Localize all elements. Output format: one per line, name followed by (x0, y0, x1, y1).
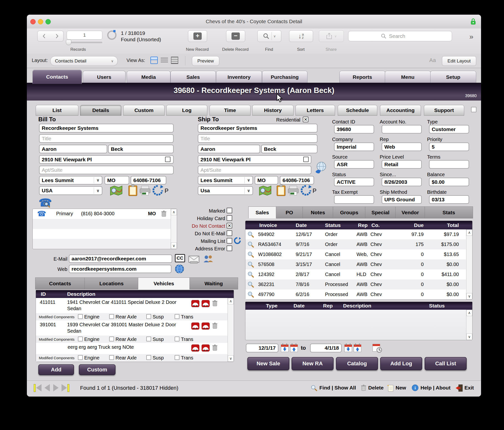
tab-schedule[interactable]: Schedule (338, 105, 377, 116)
new-sale-button[interactable]: New Sale (247, 357, 289, 370)
magnifier-icon[interactable] (247, 271, 254, 278)
cc-icon[interactable]: CC (175, 254, 185, 262)
record-slider-track[interactable] (67, 42, 102, 43)
ship-city-select[interactable]: Lees Summit (198, 176, 253, 184)
last-record-icon[interactable] (62, 384, 67, 391)
trash-icon[interactable] (212, 322, 218, 329)
red-car-icon[interactable] (201, 344, 210, 352)
magnifier-icon[interactable] (247, 291, 254, 298)
ship-print-icon[interactable] (288, 185, 299, 196)
new-button[interactable]: New (396, 385, 406, 391)
calendar-up-icon[interactable] (354, 344, 361, 352)
ship-company-field[interactable]: Recordkeeper Systems (198, 124, 317, 133)
rep-field[interactable]: Web (382, 143, 422, 151)
bill-address-checkbox[interactable] (165, 157, 170, 162)
add-button[interactable]: Add (38, 364, 74, 375)
format-text-button[interactable]: Aa (429, 57, 436, 63)
phone-number[interactable]: (816) 804-3000 (81, 211, 115, 216)
bill-clipboard-icon[interactable] (128, 184, 137, 196)
magnifier-icon[interactable] (247, 261, 254, 268)
vehicle-row[interactable]: eerg erg aerg Truck serg NOte (36, 343, 228, 354)
flag-address-error-checkbox[interactable] (227, 246, 232, 251)
flag-mailing-list-checkbox[interactable] (227, 238, 232, 244)
flag-marked-checkbox[interactable] (227, 208, 232, 213)
red-car-icon[interactable] (191, 300, 200, 307)
scroll-down-icon[interactable]: ∨ (466, 293, 472, 299)
priority-field[interactable]: 5 (429, 143, 469, 151)
delete-button[interactable]: Delete (368, 385, 384, 391)
tab-notes[interactable]: Notes (303, 206, 333, 218)
type-field[interactable]: Customer (429, 125, 469, 133)
susp-checkbox[interactable] (146, 355, 151, 360)
bill-state-field[interactable]: MO (105, 176, 129, 184)
ship-address-checkbox[interactable] (303, 157, 309, 162)
phone-scrollbar[interactable]: ∧ ∨ (171, 209, 177, 249)
globe-phone-icon[interactable] (314, 161, 327, 174)
ship-zip-field[interactable]: 64086-7106 (280, 176, 314, 184)
ship-clipboard-icon[interactable] (276, 184, 286, 196)
tab-contacts[interactable]: Contacts (32, 70, 82, 84)
tab-inventory[interactable]: Inventory (216, 71, 262, 83)
trans-checkbox[interactable] (175, 355, 179, 360)
next-record-icon[interactable] (53, 384, 59, 391)
rear-axle-checkbox[interactable] (109, 355, 114, 360)
ship-first-name-field[interactable]: Aaron (198, 145, 260, 153)
tab-history[interactable]: History (252, 105, 294, 116)
contact-id-field[interactable]: 39680 (334, 125, 374, 133)
trash-icon[interactable] (212, 344, 218, 351)
rear-axle-checkbox[interactable] (109, 337, 114, 341)
email-print-icon[interactable] (188, 255, 200, 264)
tab-accounting[interactable]: Accounting (380, 105, 421, 116)
share-button[interactable]: ∨ (319, 30, 344, 42)
birthdate-field[interactable]: 03/13 (429, 195, 469, 204)
bill-title-field[interactable]: Title (39, 134, 174, 143)
calendar-down-icon[interactable] (281, 344, 289, 352)
susp-checkbox[interactable] (146, 314, 151, 319)
scroll-down-icon[interactable]: ∨ (466, 334, 472, 340)
scroll-up-icon[interactable]: ∧ (466, 310, 472, 316)
trash-icon[interactable] (161, 210, 167, 217)
tab-media[interactable]: Media (127, 71, 170, 83)
corner-checkbox[interactable] (471, 107, 476, 112)
red-car-icon[interactable] (191, 322, 200, 330)
date-to-field[interactable]: 4/1/18 (310, 344, 342, 352)
tab-sales-sub[interactable]: Sales (248, 206, 276, 218)
custom-button[interactable]: Custom (79, 364, 116, 375)
toolbar-overflow-button[interactable]: » (469, 32, 473, 41)
record-number-input[interactable]: 1 (67, 31, 102, 40)
delete-icon[interactable] (361, 384, 366, 391)
vehicle-row[interactable]: 391001 1939 Chevrolet Car 391001 Master … (36, 320, 228, 336)
web-field[interactable]: recordkeepersystems.com (69, 265, 171, 273)
magnifier-icon[interactable] (247, 251, 254, 258)
ship-state-field[interactable]: MO (255, 176, 278, 184)
bill-print-icon[interactable] (139, 185, 151, 196)
source-field[interactable]: ASR (334, 160, 374, 169)
help-about-button[interactable]: Help | About (420, 385, 451, 391)
scroll-up-icon[interactable]: ∧ (171, 209, 177, 215)
residential-checkbox[interactable]: ✕ (303, 117, 308, 122)
tab-setup[interactable]: Setup (430, 71, 476, 83)
tab-users[interactable]: Users (83, 71, 126, 83)
flag-holiday-card-checkbox[interactable] (227, 215, 232, 221)
company-field[interactable]: Imperial (334, 143, 374, 151)
exit-button[interactable]: Exit (464, 385, 474, 391)
find-button[interactable]: ∨ (257, 30, 281, 42)
scroll-up-icon[interactable]: ∧ (466, 229, 472, 236)
ship-country-select[interactable]: Usa (198, 186, 253, 195)
list-view-icon[interactable] (161, 57, 168, 63)
sales-row[interactable]: 4977906/2/16ProcessedAWBChev0$0.00 (245, 289, 466, 299)
scroll-down-icon[interactable]: ∨ (171, 243, 177, 249)
magnifier-icon[interactable] (247, 241, 254, 248)
table-view-icon[interactable] (171, 57, 178, 64)
new-record-button[interactable]: + (188, 30, 207, 42)
next-record-button[interactable] (50, 31, 63, 41)
find-icon[interactable] (311, 385, 317, 391)
call-list-button[interactable]: Call List (425, 357, 467, 370)
phone-type[interactable]: Primary (56, 211, 73, 216)
bill-city-select[interactable]: Lees Summit (39, 176, 102, 184)
record-slider-thumb[interactable] (66, 40, 71, 45)
sales-scrollbar[interactable]: ∧ ∨ (466, 229, 472, 299)
sales-row[interactable]: 5765083/15/17CancelAWBChev0$0.00 (245, 259, 466, 269)
delete-record-button[interactable]: − (226, 30, 245, 42)
previous-record-icon[interactable] (44, 384, 50, 391)
